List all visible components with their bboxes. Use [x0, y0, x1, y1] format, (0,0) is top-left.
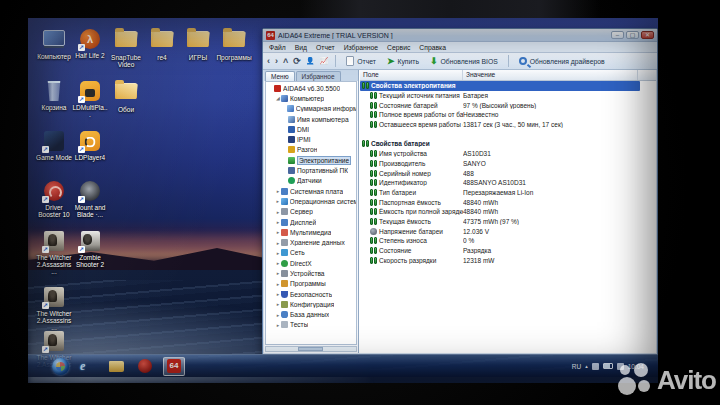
close-button[interactable]: ✕ — [641, 31, 654, 39]
desktop-icon-ld-multiplayer[interactable]: ➚LDMultiPla... — [72, 80, 108, 118]
desktop-icon-zombie-shooter[interactable]: ➚Zombie Shooter 2 — [72, 230, 108, 268]
menu-2[interactable]: Вид — [295, 44, 307, 51]
value-row[interactable]: Текущий источник питанияБатарея — [360, 91, 656, 101]
desktop-icon-label: Mount and Blade ·... — [72, 204, 108, 218]
tree-item-computer-name[interactable]: Имя компьютера — [266, 114, 356, 124]
start-button[interactable] — [52, 358, 69, 375]
column-value[interactable]: Значение — [463, 70, 638, 80]
value-row[interactable]: Напряжение батареи12.036 V — [360, 226, 656, 236]
menu-6[interactable]: Справка — [419, 44, 446, 51]
forward-icon[interactable]: › — [275, 54, 278, 68]
value-row[interactable]: Ёмкость при полной зарядке48840 mWh — [360, 207, 656, 217]
tree-item-directx[interactable]: ▸DirectX — [266, 258, 356, 268]
desktop-icon-driver-booster[interactable]: ➚Driver Booster 10 — [36, 180, 72, 218]
value-row[interactable]: Тип батареиПерезаряжаемая Li-Ion — [360, 188, 656, 198]
menu-4[interactable]: Избранное — [344, 44, 378, 51]
tree-item-server[interactable]: ▸Сервер — [266, 207, 356, 217]
menu-5[interactable]: Сервис — [387, 44, 410, 51]
bios-updates-button[interactable]: ⬇ Обновления BIOS — [427, 55, 501, 67]
tree-item-ipmi[interactable]: IPMI — [266, 134, 356, 144]
graph-icon[interactable]: 📈 — [320, 54, 329, 68]
tree-item-summary[interactable]: Суммарная информация — [266, 104, 356, 114]
value-row[interactable]: Скорость разрядки12318 mW — [360, 255, 656, 265]
tree-item-sensors[interactable]: Датчики — [266, 176, 356, 186]
column-field[interactable]: Поле — [360, 70, 463, 80]
user-report-icon[interactable]: 👤 — [306, 54, 315, 68]
maximize-button[interactable]: ▢ — [626, 31, 639, 39]
volume-icon[interactable] — [592, 363, 599, 370]
buy-button[interactable]: ➤ Купить — [384, 55, 422, 67]
desktop-icon-folder[interactable]: ИГРЫ — [180, 28, 216, 61]
value-row[interactable]: Степень износа0 % — [360, 236, 656, 246]
desktop-icon-witcher[interactable]: ➚The Witcher 2.Assassins... — [36, 286, 72, 331]
tree-item-computer[interactable]: ◢Компьютер — [266, 93, 356, 103]
tree-item-label: Разгон — [297, 146, 317, 153]
battery-icon[interactable] — [603, 363, 613, 369]
report-button[interactable]: Отчет — [343, 55, 379, 67]
desktop-icon-folder[interactable]: Программы — [216, 28, 252, 61]
back-icon[interactable]: ‹ — [267, 54, 270, 68]
tree-item-overclock[interactable]: Разгон — [266, 145, 356, 155]
value-row[interactable]: Полное время работы от бата...Неизвестно — [360, 110, 656, 120]
scrollbar-thumb[interactable] — [298, 347, 323, 351]
taskbar-internet-explorer[interactable]: e — [76, 357, 98, 376]
tree-item-display[interactable]: ▸Дисплей — [266, 217, 356, 227]
value-row[interactable]: Имя устройстваAS10D31 — [360, 149, 656, 159]
tree-item-os[interactable]: ▸Операционная система — [266, 196, 356, 206]
value-row[interactable]: Текущая ёмкость47375 mWh (97 %) — [360, 217, 656, 227]
tree-item-aida[interactable]: AIDA64 v6.30.5500 — [266, 83, 356, 93]
up-icon[interactable]: ˄ — [283, 54, 288, 68]
tree-item-database[interactable]: ▸База данных — [266, 310, 356, 320]
desktop-icon-folder[interactable]: ге4 — [144, 28, 180, 61]
tray-arrow-icon[interactable]: ▴ — [585, 363, 588, 369]
value-row[interactable]: Состояние батарей97 % (Высокий уровень) — [360, 100, 656, 110]
taskbar-driver-booster[interactable] — [134, 357, 156, 376]
desktop-icon-recycle-bin[interactable]: Корзина — [36, 80, 72, 111]
menu-3[interactable]: Отчет — [316, 44, 335, 51]
tree-item-programs[interactable]: ▸Программы — [266, 279, 356, 289]
network-icon[interactable] — [617, 363, 624, 370]
language-indicator[interactable]: RU — [572, 363, 581, 370]
desktop-icon-witcher[interactable]: ➚The Witcher 2.Assassins... — [36, 230, 72, 275]
desktop-icon-folder[interactable]: SnapTube Video — [108, 28, 144, 68]
tree-item-multimedia[interactable]: ▸Мультимедиа — [266, 227, 356, 237]
taskbar-explorer[interactable] — [105, 357, 127, 376]
taskbar-clock[interactable]: 10:04 — [628, 363, 644, 370]
section-row[interactable]: Свойства батареи — [360, 139, 656, 149]
aida64-app-icon: 64 — [266, 31, 275, 40]
tree-horizontal-scrollbar[interactable] — [265, 346, 357, 352]
tree-item-devices[interactable]: ▸Устройства — [266, 268, 356, 278]
tree-item-motherboard[interactable]: ▸Системная плата — [266, 186, 356, 196]
value-row[interactable]: Паспортная ёмкость48840 mWh — [360, 197, 656, 207]
window-titlebar[interactable]: 64 AIDA64 Extreme [ TRIAL VERSION ] – ▢ … — [263, 29, 657, 42]
tab-favorites[interactable]: Избранное — [296, 71, 341, 81]
tree-item-security[interactable]: ▸Безопасность — [266, 289, 356, 299]
tree-item-network[interactable]: ▸Сеть — [266, 248, 356, 258]
tab-menu[interactable]: Меню — [265, 71, 295, 81]
value-row[interactable]: Идентификатор488SANYO AS10D31 — [360, 178, 656, 188]
tree-item-dmi[interactable]: DMI — [266, 124, 356, 134]
minimize-button[interactable]: – — [611, 31, 624, 39]
taskbar-aida64-active[interactable]: 64 — [163, 357, 185, 376]
desktop-icon-computer[interactable]: Компьютер — [36, 28, 72, 60]
section-row[interactable]: Свойства электропитания — [360, 81, 640, 91]
tree-item-config[interactable]: ▸Конфигурация — [266, 299, 356, 309]
expander-icon[interactable]: ▸ — [275, 198, 281, 204]
desktop-icon-half-life[interactable]: λ➚Half Life 2 — [72, 28, 108, 59]
tree-item-tests[interactable]: ▸Тесты — [266, 320, 356, 330]
value-row[interactable]: СостояниеРазрядка — [360, 246, 656, 256]
value-row[interactable]: Оставшееся время работы от ...13817 сек … — [360, 120, 656, 130]
desktop-icon-mount-blade[interactable]: ➚Mount and Blade ·... — [72, 180, 108, 218]
tree-item-storage[interactable]: ▸Хранение данных — [266, 237, 356, 247]
desktop-icon-game-mode[interactable]: ➚Game Mode — [36, 130, 72, 161]
value-row[interactable]: ПроизводительSANYO — [360, 159, 656, 169]
value-row[interactable]: Серийный номер488 — [360, 168, 656, 178]
battery-icon — [370, 199, 377, 206]
menu-1[interactable]: Файл — [269, 44, 286, 51]
driver-updates-button[interactable]: Обновления драйверов — [516, 56, 608, 66]
refresh-icon[interactable]: ⟳ — [293, 54, 301, 68]
tree-item-laptop[interactable]: Портативный ПК — [266, 165, 356, 175]
desktop-icon-ldplayer[interactable]: ➚LDPlayer4 — [72, 130, 108, 161]
tree-item-power[interactable]: Электропитание — [266, 155, 356, 165]
desktop-icon-folder[interactable]: Обои — [108, 80, 144, 113]
